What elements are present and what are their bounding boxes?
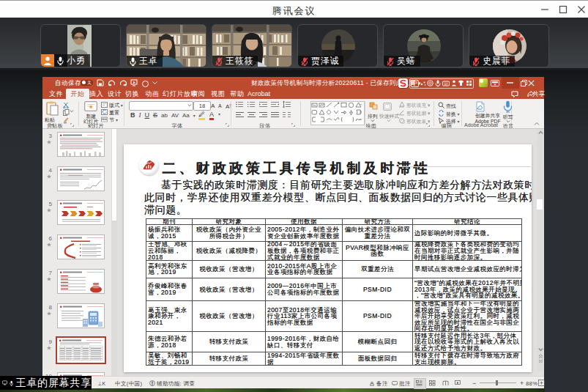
svg-text:A: A: [211, 103, 215, 108]
svg-text:A: A: [218, 103, 222, 108]
svg-text:A: A: [226, 103, 230, 109]
